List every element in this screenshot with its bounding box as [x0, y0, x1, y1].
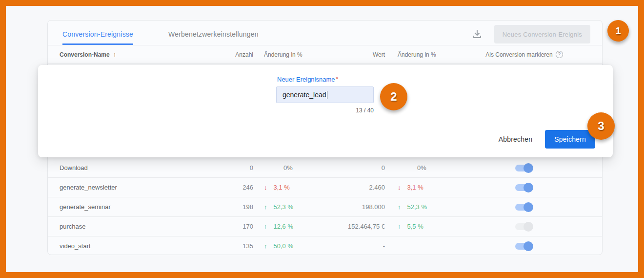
new-conversion-event-button[interactable]: Neues Conversion-Ereignis [494, 25, 590, 43]
trend-arrow-icon: ↑ [264, 242, 267, 250]
table-row: video_start 135 ↑ 50,0 % - [48, 236, 602, 256]
cancel-button[interactable]: Abbrechen [499, 135, 533, 143]
table-header: Conversion-Name ↑ Anzahl Änderung in % W… [48, 45, 602, 64]
header-count-change: Änderung in % [253, 51, 326, 58]
tutorial-step-badge-2: 2 [380, 83, 407, 110]
table-body: Download 0 0% 0 0% generate_newsletter 2… [48, 158, 602, 256]
count-change: ↑ 12,6 % [253, 223, 326, 230]
conversion-toggle[interactable] [515, 183, 533, 192]
count-change: 0% [253, 164, 326, 171]
header-conversion-name[interactable]: Conversion-Name [60, 51, 110, 58]
conversion-toggle[interactable] [515, 222, 533, 232]
table-row: purchase 170 ↑ 12,6 % 152.464,75 € ↑ 5,5… [48, 216, 602, 236]
trend-arrow-icon: ↓ [264, 184, 267, 191]
trend-arrow-icon: ↑ [264, 223, 267, 230]
count-change: ↑ 50,0 % [253, 242, 326, 250]
conversion-toggle[interactable] [515, 163, 533, 173]
trend-arrow-icon: ↑ [398, 223, 401, 230]
count-change: ↑ 52,3 % [253, 203, 326, 211]
header-mark-as-conversion: Als Conversion markieren [485, 51, 552, 58]
page-background: Conversion-Ereignisse Werbenetzwerkeinst… [6, 6, 638, 272]
tab-ad-network-settings[interactable]: Werbenetzwerkeinstellungen [168, 30, 259, 45]
value-change: ↓ 3,1 % [385, 184, 458, 191]
character-counter: 13 / 40 [276, 107, 374, 114]
event-name: Download [60, 164, 204, 171]
tutorial-step-badge-1: 1 [607, 20, 629, 42]
count-value: 198 [204, 203, 253, 211]
trend-arrow-icon: ↓ [398, 184, 401, 191]
count-value: 170 [204, 223, 253, 230]
help-icon[interactable]: ? [556, 51, 563, 58]
count-change: ↓ 3,1 % [253, 184, 326, 191]
trend-arrow-icon: ↑ [398, 203, 401, 211]
table-row: generate_seminar 198 ↑ 52,3 % 198.000 ↑ … [48, 197, 602, 216]
event-name: generate_newsletter [60, 184, 204, 191]
event-name-input[interactable]: generate_lead [276, 86, 374, 103]
download-icon[interactable] [471, 28, 483, 40]
new-event-modal: Neuer Ereignisname* generate_lead 13 / 4… [38, 65, 613, 157]
trend-arrow-icon: ↑ [264, 203, 267, 211]
value: 0 [326, 164, 385, 171]
count-value: 135 [204, 242, 253, 250]
event-name: purchase [60, 223, 204, 230]
value-change: ↑ 5,5 % [385, 223, 458, 230]
required-asterisk: * [336, 76, 339, 83]
header-value-change: Änderung in % [385, 51, 458, 58]
header-count: Anzahl [204, 51, 253, 58]
table-row: Download 0 0% 0 0% [48, 158, 602, 177]
conversion-toggle[interactable] [515, 202, 533, 212]
value: 198.000 [326, 203, 385, 211]
value-change: ↑ 52,3 % [385, 203, 458, 211]
count-value: 246 [204, 184, 253, 191]
tutorial-step-badge-3: 3 [587, 112, 615, 140]
save-button[interactable]: Speichern [545, 130, 595, 149]
conversion-toggle[interactable] [515, 241, 533, 251]
value: 2.460 [326, 184, 385, 191]
tab-conversion-events[interactable]: Conversion-Ereignisse [62, 30, 133, 45]
event-name: video_start [60, 242, 204, 250]
text-caret [327, 91, 327, 99]
header-value: Wert [326, 51, 385, 58]
event-name-label: Neuer Ereignisname* [277, 76, 338, 83]
value: - [326, 242, 385, 250]
table-row: generate_newsletter 246 ↓ 3,1 % 2.460 ↓ … [48, 177, 602, 197]
value: 152.464,75 € [326, 223, 385, 230]
event-name: generate_seminar [60, 203, 204, 211]
sort-ascending-icon[interactable]: ↑ [113, 51, 117, 58]
value-change: 0% [385, 164, 458, 171]
count-value: 0 [204, 164, 253, 171]
